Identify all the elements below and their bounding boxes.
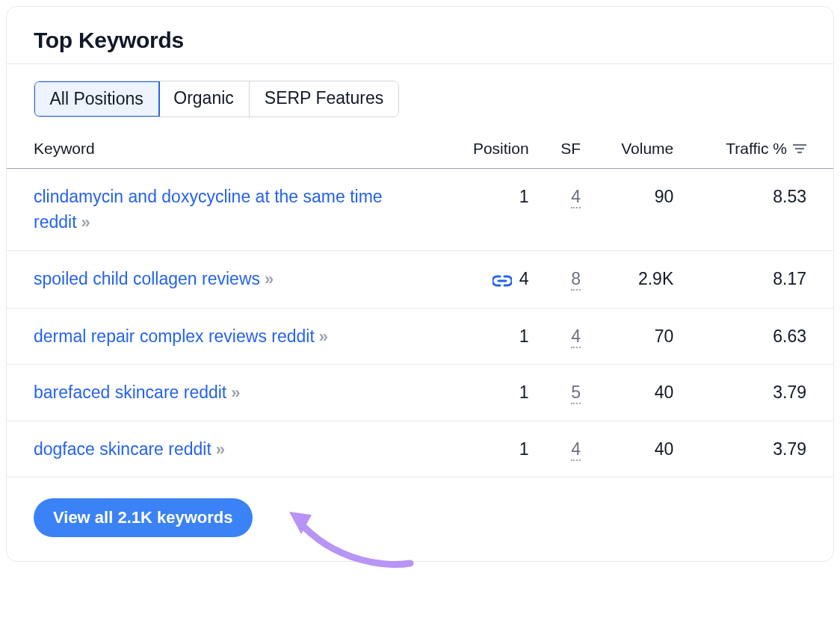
card-title: Top Keywords	[34, 28, 806, 53]
filter-tabs: All Positions Organic SERP Features	[34, 81, 399, 117]
card-footer: View all 2.1K keywords	[7, 477, 833, 537]
tab-organic[interactable]: Organic	[158, 81, 250, 117]
sort-desc-icon	[793, 143, 806, 154]
tab-all-positions[interactable]: All Positions	[34, 81, 160, 117]
chevron-right-icon: »	[231, 383, 238, 402]
col-traffic[interactable]: Traffic %	[684, 125, 833, 169]
chevron-right-icon: »	[216, 440, 223, 459]
table-row: clindamycin and doxycycline at the same …	[7, 168, 833, 250]
table-row: dermal repair complex reviews reddit»147…	[7, 308, 833, 365]
keywords-table: Keyword Position SF Volume Traffic %	[7, 125, 833, 478]
table-row: dogface skincare reddit»14403.79	[7, 421, 833, 477]
keyword-link[interactable]: dermal repair complex reviews reddit	[34, 326, 315, 346]
col-keyword[interactable]: Keyword	[7, 125, 442, 169]
keyword-link[interactable]: barefaced skincare reddit	[34, 383, 226, 402]
link-icon	[492, 267, 512, 293]
volume-cell: 2.9K	[591, 250, 684, 308]
col-position[interactable]: Position	[442, 125, 540, 169]
col-sf[interactable]: SF	[540, 125, 591, 169]
keyword-link[interactable]: dogface skincare reddit	[34, 439, 211, 459]
volume-cell: 70	[591, 308, 684, 365]
sf-cell[interactable]: 5	[540, 365, 591, 421]
view-all-keywords-button[interactable]: View all 2.1K keywords	[34, 498, 253, 537]
sf-cell[interactable]: 4	[540, 421, 591, 477]
traffic-cell: 6.63	[684, 308, 833, 365]
chevron-right-icon: »	[265, 270, 271, 288]
tabs-container: All Positions Organic SERP Features	[7, 64, 833, 125]
annotation-arrow-icon	[283, 492, 425, 568]
col-volume[interactable]: Volume	[591, 125, 684, 169]
chevron-right-icon: »	[81, 213, 88, 232]
traffic-cell: 8.53	[684, 168, 833, 250]
table-row: spoiled child collagen reviews»482.9K8.1…	[7, 250, 833, 308]
traffic-cell: 8.17	[684, 250, 833, 308]
position-cell: 1	[442, 421, 540, 477]
position-cell: 4	[442, 250, 540, 308]
volume-cell: 40	[591, 365, 684, 421]
card-header: Top Keywords	[7, 7, 833, 64]
top-keywords-card: Top Keywords All Positions Organic SERP …	[6, 6, 834, 562]
traffic-cell: 3.79	[684, 365, 833, 421]
volume-cell: 90	[591, 168, 684, 250]
traffic-cell: 3.79	[684, 421, 833, 477]
sf-cell[interactable]: 8	[540, 250, 591, 308]
table-row: barefaced skincare reddit»15403.79	[7, 365, 833, 421]
sf-cell[interactable]: 4	[540, 308, 591, 365]
position-cell: 1	[442, 365, 540, 421]
keyword-link[interactable]: spoiled child collagen reviews	[34, 269, 260, 288]
position-cell: 1	[442, 308, 540, 365]
volume-cell: 40	[591, 421, 684, 477]
position-cell: 1	[442, 168, 540, 250]
tab-serp-features[interactable]: SERP Features	[250, 81, 398, 117]
chevron-right-icon: »	[319, 327, 326, 346]
sf-cell[interactable]: 4	[540, 168, 591, 250]
